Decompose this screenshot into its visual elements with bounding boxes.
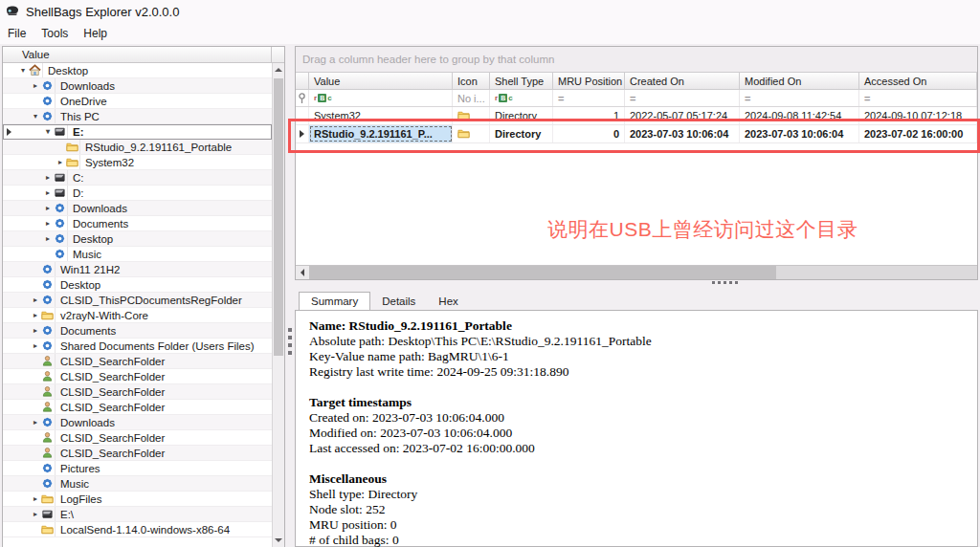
- grid-header-row: Value Icon Shell Type MRU Position Creat…: [296, 73, 977, 90]
- tree-node[interactable]: CLSID_SearchFolder: [3, 384, 272, 400]
- expand-icon[interactable]: ▸: [31, 295, 40, 304]
- cell-shell-type[interactable]: Directory: [490, 125, 553, 142]
- cell-value[interactable]: RStudio_9.2.191161_P...: [309, 125, 453, 142]
- horizontal-splitter[interactable]: [712, 281, 738, 284]
- tree-node[interactable]: Win11 21H2: [3, 262, 272, 277]
- column-header-value[interactable]: Value: [309, 73, 453, 90]
- filter-edit-icon[interactable]: [296, 90, 309, 106]
- tree-node[interactable]: ▾This PC: [3, 109, 272, 124]
- expand-icon[interactable]: ▸: [43, 173, 53, 182]
- collapse-icon[interactable]: ▾: [18, 66, 28, 75]
- expand-icon[interactable]: ▸: [31, 494, 40, 503]
- filter-cell-shell-type[interactable]: rBc: [490, 90, 553, 106]
- cell-accessed-on[interactable]: 2024-09-10 07:12:18: [859, 107, 977, 124]
- gear-icon: [40, 477, 55, 490]
- expand-icon[interactable]: ▸: [43, 188, 53, 197]
- expand-icon[interactable]: ▸: [31, 418, 40, 427]
- tree-node[interactable]: ▸Downloads: [3, 415, 272, 430]
- cell-icon[interactable]: [453, 107, 490, 124]
- column-header-accessed-on[interactable]: Accessed On: [859, 73, 977, 90]
- tree-node-label: CLSID_SearchFolder: [55, 430, 272, 445]
- column-header-icon[interactable]: Icon: [453, 73, 490, 90]
- tree-node[interactable]: ▸C:: [3, 170, 272, 186]
- column-header-created-on[interactable]: Created On: [625, 73, 740, 90]
- menu-item-tools[interactable]: Tools: [33, 24, 76, 43]
- person-icon: [40, 401, 55, 413]
- cell-accessed-on[interactable]: 2023-07-02 16:00:00: [859, 125, 977, 142]
- column-header-shell-type[interactable]: Shell Type: [490, 73, 553, 90]
- expand-icon[interactable]: ▸: [43, 219, 53, 228]
- cell-icon[interactable]: [453, 125, 490, 142]
- tree-node[interactable]: ▸D:: [3, 186, 272, 201]
- tree-node[interactable]: ▸Downloads: [3, 78, 272, 94]
- tree-node[interactable]: RStudio_9.2.191161_Portable: [3, 140, 272, 155]
- collapse-icon[interactable]: ▾: [43, 127, 53, 136]
- tree-node[interactable]: Desktop: [3, 277, 272, 293]
- tree-node[interactable]: ▸v2rayN-With-Core: [3, 308, 272, 323]
- cell-modified-on[interactable]: 2024-09-08 11:42:54: [740, 107, 859, 124]
- grid-row[interactable]: RStudio_9.2.191161_P...Directory02023-07…: [296, 125, 977, 143]
- menu-item-help[interactable]: Help: [76, 24, 115, 43]
- grid-row[interactable]: System32Directory12022-05-07 05:17:24202…: [296, 107, 977, 125]
- tree-column-header[interactable]: Value: [3, 47, 284, 63]
- expand-icon[interactable]: ▸: [31, 341, 40, 350]
- tree-node[interactable]: ▾E:: [3, 124, 272, 140]
- grid-horizontal-scrollbar[interactable]: [296, 265, 977, 279]
- tree-node[interactable]: CLSID_SearchFolder: [3, 446, 272, 461]
- tree-node[interactable]: Music: [3, 247, 272, 262]
- expand-icon[interactable]: ▸: [31, 510, 40, 518]
- filter-cell-created[interactable]: =: [625, 90, 740, 106]
- tab-details[interactable]: Details: [370, 293, 427, 310]
- menu-item-file[interactable]: File: [0, 24, 33, 43]
- expand-icon[interactable]: ▸: [31, 311, 40, 319]
- tab-hex[interactable]: Hex: [427, 293, 469, 310]
- cell-modified-on[interactable]: 2023-07-03 10:06:04: [740, 125, 859, 142]
- tree-scrollbar-thumb[interactable]: [274, 78, 283, 356]
- tree-node[interactable]: ▸Downloads: [3, 201, 272, 216]
- tree-node[interactable]: CLSID_SearchFolder: [3, 354, 272, 369]
- tab-summary[interactable]: Summary: [299, 292, 370, 310]
- cell-mru-position[interactable]: 0: [553, 125, 625, 142]
- filter-cell-modified[interactable]: =: [740, 90, 859, 106]
- vertical-splitter[interactable]: [285, 46, 295, 547]
- cell-mru-position[interactable]: 1: [553, 107, 625, 124]
- tree-node[interactable]: ▾Desktop: [3, 63, 272, 78]
- scroll-down-icon[interactable]: [273, 534, 284, 547]
- tree-node[interactable]: Pictures: [3, 461, 272, 476]
- cell-shell-type[interactable]: Directory: [490, 107, 553, 124]
- filter-cell-mru[interactable]: =: [553, 90, 625, 106]
- cell-value[interactable]: System32: [309, 107, 453, 124]
- filter-cell-value[interactable]: rBc: [309, 90, 453, 106]
- tree-node[interactable]: ▸LogFiles: [3, 492, 272, 507]
- tree-node[interactable]: Music: [3, 476, 272, 492]
- group-by-drop-zone[interactable]: Drag a column header here to group by th…: [296, 47, 977, 73]
- expand-icon[interactable]: ▸: [43, 234, 53, 243]
- grid-scrollbar-thumb[interactable]: [309, 266, 776, 279]
- tree-vertical-scrollbar[interactable]: [272, 63, 284, 547]
- tree-node[interactable]: ▸Desktop: [3, 231, 272, 247]
- tree-node[interactable]: ▸System32: [3, 155, 272, 170]
- tree-node[interactable]: ▸CLSID_ThisPCDocumentsRegFolder: [3, 293, 272, 308]
- tree-node[interactable]: CLSID_SearchFolder: [3, 430, 272, 446]
- tree-node[interactable]: CLSID_SearchFolder: [3, 400, 272, 415]
- scroll-left-icon[interactable]: [296, 266, 309, 279]
- column-header-mru-position[interactable]: MRU Position: [553, 73, 625, 90]
- column-header-modified-on[interactable]: Modified On: [740, 73, 859, 90]
- tree-node[interactable]: OneDrive: [3, 94, 272, 109]
- expand-icon[interactable]: ▸: [31, 81, 40, 90]
- tree-node[interactable]: ▸Documents: [3, 323, 272, 339]
- scroll-up-icon[interactable]: [273, 63, 284, 77]
- collapse-icon[interactable]: ▾: [31, 112, 40, 120]
- tree-node[interactable]: ▸E:\: [3, 507, 272, 522]
- tree-node[interactable]: ▸Shared Documents Folder (Users Files): [3, 339, 272, 354]
- filter-cell-accessed[interactable]: =: [859, 90, 977, 106]
- expand-icon[interactable]: ▸: [43, 204, 53, 212]
- cell-created-on[interactable]: 2022-05-07 05:17:24: [625, 107, 740, 124]
- tree-node[interactable]: LocalSend-1.14.0-windows-x86-64: [3, 522, 272, 537]
- expand-icon[interactable]: ▸: [31, 326, 40, 335]
- expand-icon[interactable]: ▸: [56, 158, 65, 166]
- tree-node[interactable]: ▸Documents: [3, 216, 272, 231]
- filter-cell-icon[interactable]: No i...: [453, 90, 490, 106]
- tree-node[interactable]: CLSID_SearchFolder: [3, 369, 272, 384]
- cell-created-on[interactable]: 2023-07-03 10:06:04: [625, 125, 740, 142]
